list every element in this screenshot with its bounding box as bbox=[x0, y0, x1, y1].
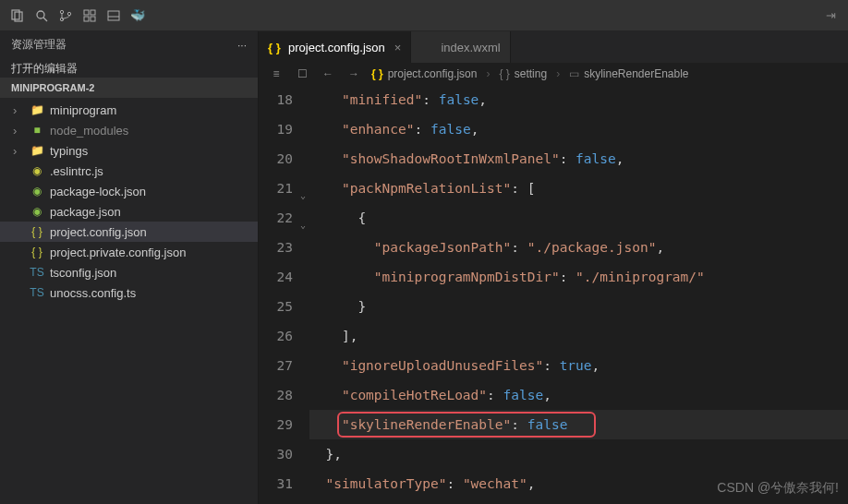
svg-point-2 bbox=[37, 11, 44, 18]
file-icon: TS bbox=[30, 266, 44, 279]
tree-item-miniprogram[interactable]: ›📁miniprogram bbox=[0, 100, 258, 120]
file-icon: { } bbox=[268, 41, 283, 54]
file-icon: { } bbox=[30, 246, 44, 258]
list-icon[interactable]: ≡ bbox=[268, 67, 285, 80]
code-line-20[interactable]: "showShadowRootInWxmlPanel": false, bbox=[309, 144, 848, 174]
chevron-right-icon: › bbox=[13, 103, 24, 117]
panel-icon[interactable] bbox=[102, 4, 126, 28]
search-icon[interactable] bbox=[30, 4, 54, 28]
svg-rect-7 bbox=[84, 10, 89, 15]
tree-item-node_modules[interactable]: ›■node_modules bbox=[0, 120, 258, 140]
chevron-right-icon: › bbox=[486, 67, 490, 80]
close-icon[interactable]: × bbox=[394, 41, 402, 54]
tree-item-package-json[interactable]: ◉package.json bbox=[0, 201, 258, 222]
code-line-22[interactable]: { bbox=[309, 203, 848, 233]
tree-item-label: project.private.config.json bbox=[50, 246, 186, 259]
chevron-right-icon: › bbox=[556, 67, 560, 80]
tree-item-project-private-config-json[interactable]: { }project.private.config.json bbox=[0, 242, 258, 262]
fold-icon[interactable]: ⌄ bbox=[300, 210, 306, 240]
tree-item-label: tsconfig.json bbox=[50, 266, 116, 280]
tree-item-label: node_modules bbox=[50, 124, 128, 138]
file-icon: 📁 bbox=[30, 144, 44, 157]
svg-point-4 bbox=[60, 10, 63, 13]
tab-index-wxml[interactable]: index.wxml bbox=[411, 31, 510, 63]
file-icon: ◉ bbox=[30, 205, 44, 218]
code-line-25[interactable]: } bbox=[309, 292, 848, 321]
file-icon: 📁 bbox=[30, 103, 44, 116]
file-icon: ◉ bbox=[30, 185, 44, 198]
breadcrumb-prop[interactable]: ▭skylineRenderEnable bbox=[569, 67, 688, 80]
svg-line-3 bbox=[43, 18, 47, 21]
tree-item-package-lock-json[interactable]: ◉package-lock.json bbox=[0, 181, 258, 201]
code-line-32[interactable]: "simulatorPluginLibVersion": {}, bbox=[309, 498, 848, 504]
svg-rect-8 bbox=[91, 10, 95, 15]
code-line-26[interactable]: ], bbox=[309, 321, 848, 351]
file-icon: TS bbox=[30, 286, 44, 299]
tree-item-label: miniprogram bbox=[50, 103, 116, 117]
tree-item-label: package-lock.json bbox=[50, 185, 146, 198]
extensions-icon[interactable] bbox=[78, 4, 102, 28]
explorer-title: 资源管理器 bbox=[11, 37, 67, 53]
tree-item-label: unocss.config.ts bbox=[50, 286, 136, 300]
code-line-24[interactable]: "miniprogramNpmDistDir": "./miniprogram/… bbox=[309, 262, 848, 292]
file-icon: ■ bbox=[30, 124, 44, 137]
more-icon[interactable]: ··· bbox=[237, 39, 247, 52]
svg-rect-9 bbox=[84, 17, 89, 21]
code-line-27[interactable]: "ignoreUploadUnusedFiles": true, bbox=[309, 351, 848, 380]
svg-rect-11 bbox=[108, 11, 119, 20]
tree-item--eslintrc-js[interactable]: ◉.eslintrc.js bbox=[0, 161, 258, 181]
nav-forward-icon[interactable]: → bbox=[345, 67, 362, 80]
tree-item-tsconfig-json[interactable]: TStsconfig.json bbox=[0, 262, 258, 282]
explorer-panel: 资源管理器 ··· 打开的编辑器 MINIPROGRAM-2 ›📁minipro… bbox=[0, 31, 259, 504]
open-editors-header[interactable]: 打开的编辑器 bbox=[0, 58, 258, 78]
tree-item-typings[interactable]: ›📁typings bbox=[0, 140, 258, 161]
tree-item-label: project.config.json bbox=[50, 225, 147, 239]
code-line-28[interactable]: "compileHotReLoad": false, bbox=[309, 380, 848, 410]
file-icon: ◉ bbox=[30, 164, 44, 177]
tree-item-label: typings bbox=[50, 144, 88, 158]
code-line-23[interactable]: "packageJsonPath": "./package.json", bbox=[309, 233, 848, 262]
file-icon: { } bbox=[30, 225, 44, 238]
tab-project-config-json[interactable]: { }project.config.json× bbox=[259, 31, 411, 63]
code-line-18[interactable]: "minified": false, bbox=[309, 85, 848, 114]
tab-label: index.wxml bbox=[441, 41, 500, 54]
docker-icon[interactable]: 🐳 bbox=[126, 4, 150, 28]
tree-item-label: package.json bbox=[50, 205, 121, 219]
tree-item-unocss-config-ts[interactable]: TSunocss.config.ts bbox=[0, 282, 258, 303]
code-line-30[interactable]: }, bbox=[309, 439, 848, 469]
tree-item-label: .eslintrc.js bbox=[50, 164, 103, 178]
tab-label: project.config.json bbox=[288, 41, 385, 54]
code-line-19[interactable]: "enhance": false, bbox=[309, 114, 848, 144]
watermark: CSDN @兮傲奈我何! bbox=[717, 480, 839, 497]
svg-point-6 bbox=[67, 12, 70, 15]
project-header[interactable]: MINIPROGRAM-2 bbox=[0, 78, 258, 98]
chevron-right-icon: › bbox=[13, 144, 24, 158]
bookmark-icon[interactable]: ☐ bbox=[294, 67, 310, 80]
code-line-29[interactable]: "skylineRenderEnable": false bbox=[309, 410, 848, 439]
collapse-icon[interactable]: ⇥ bbox=[818, 4, 842, 28]
code-line-21[interactable]: "packNpmRelationList": [ bbox=[309, 174, 848, 203]
breadcrumb-file[interactable]: { }project.config.json bbox=[371, 67, 477, 80]
svg-rect-10 bbox=[91, 17, 95, 21]
branch-icon[interactable] bbox=[54, 4, 78, 28]
files-icon[interactable] bbox=[6, 4, 30, 28]
chevron-right-icon: › bbox=[13, 124, 24, 138]
fold-icon[interactable]: ⌄ bbox=[300, 181, 306, 210]
nav-back-icon[interactable]: ← bbox=[320, 67, 336, 80]
breadcrumb-setting[interactable]: { }setting bbox=[499, 67, 547, 80]
tree-item-project-config-json[interactable]: { }project.config.json bbox=[0, 222, 258, 242]
